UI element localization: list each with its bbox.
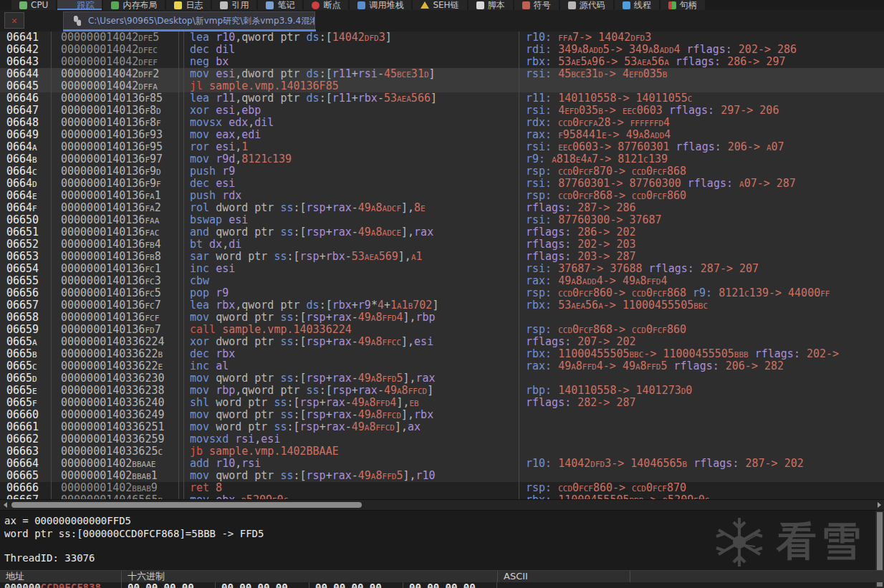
thread-id-line: ThreadID: 33076 [4, 552, 95, 564]
trace-table[interactable]: 06641000000014042DFE5lea r10,qword ptr d… [0, 32, 884, 499]
tab-label: 源代码 [580, 0, 605, 10]
trace-row[interactable]: 0666600000001402BBAB9ret 8rsp: CCD0FCF86… [0, 482, 884, 494]
trace-row[interactable]: 0665E0000000140336238mov rbp,qword ptr s… [0, 385, 884, 397]
horizontal-scrollbar[interactable] [0, 499, 884, 511]
tab-label: 笔记 [277, 0, 294, 10]
trace-row[interactable]: 0665A0000000140336224xor dword ptr ss:[r… [0, 336, 884, 348]
column-divider [178, 92, 184, 105]
tab-handles[interactable]: 句柄 [660, 0, 705, 10]
callstack-icon [357, 1, 365, 9]
trace-row[interactable]: 066480000000140136F8Fmovsx edx,dilrdx: C… [0, 117, 884, 129]
references-icon [220, 1, 228, 9]
trace-row[interactable]: 06645000000014042DFFAjl sample.vmp.14013… [0, 80, 884, 92]
trace-row[interactable]: 066620000000140336259movsxd rsi,esi [0, 433, 884, 445]
scroll-left-button[interactable] [1, 501, 9, 509]
column-divider [178, 251, 184, 263]
tab-trace[interactable]: 跟踪 [57, 0, 102, 10]
tab-references[interactable]: 引用 [212, 0, 256, 10]
trace-row[interactable]: 066550000000140136FC3cbwrax: 49A8ADD4-> … [0, 275, 884, 287]
trace-row-registers: rbp: 140110558-> 1401273D0 [519, 385, 884, 397]
trace-row[interactable]: 0665F0000000140336240shl word ptr ss:[rs… [0, 397, 884, 409]
trace-row-disassembly: mov qword ptr ss:[rsp+rax-49A8FFD5],r10 [184, 470, 519, 482]
dump-header-address: 地址 [0, 571, 122, 582]
trace-row-index: 06647 [0, 105, 52, 117]
trace-row-registers: rdx: CCD0FCFA28-> FFFFFFD4 [519, 117, 884, 129]
column-divider [178, 214, 184, 226]
trace-row-disassembly: cbw [184, 275, 519, 287]
trace-row-disassembly: jb sample.vmp.1402BBAAE [184, 445, 519, 458]
close-trace-button[interactable]: ✕ [4, 12, 24, 29]
trace-row-registers: rsi: 37687-> 37688 rflags: 287-> 207 [519, 263, 884, 275]
trace-row-index: 06654 [0, 263, 52, 275]
tab-memory-map[interactable]: 内存布局 [103, 0, 165, 10]
trace-row[interactable]: 066590000000140136FD7call sample.vmp.140… [0, 324, 884, 336]
trace-row-index: 06648 [0, 117, 52, 129]
trace-row[interactable]: 06642000000014042DFECdec dilrdi: 349A8AD… [0, 44, 884, 56]
trace-row[interactable]: 066570000000140136FC7lea rbx,qword ptr d… [0, 299, 884, 312]
tab-symbols[interactable]: 符号 [514, 0, 559, 10]
trace-row[interactable]: 06644000000014042DFF2mov esi,dword ptr d… [0, 68, 884, 80]
tab-cpu[interactable]: CPU [11, 0, 56, 10]
scrollbar-thumb[interactable] [11, 502, 362, 508]
trace-row-address: 000000014042DFFA [52, 80, 178, 92]
trace-row[interactable]: 0664C0000000140136F9Dpush r9rsp: CCD0FCF… [0, 165, 884, 178]
trace-row[interactable]: 066530000000140136FB8sar word ptr ss:[rs… [0, 251, 884, 263]
trace-row[interactable]: 066510000000140136FACand qword ptr ss:[r… [0, 226, 884, 238]
footprints-icon [65, 1, 73, 9]
trace-row[interactable]: 066460000000140136F85lea r11,qword ptr d… [0, 92, 884, 105]
column-divider [178, 68, 184, 80]
trace-row[interactable]: 0666400000001402BBAAEadd r10,rsir10: 140… [0, 458, 884, 470]
trace-row[interactable]: 066580000000140136FCFmov qword ptr ss:[r… [0, 312, 884, 324]
trace-row-index: 06667 [0, 494, 52, 499]
trace-row-registers: rax: 49A8FFD4-> 49A8FFD5 rflags: 206-> 2… [519, 360, 884, 372]
trace-row[interactable]: 0664A0000000140136F95ror esi,1rsi: EEC06… [0, 141, 884, 153]
scroll-right-button[interactable] [875, 501, 883, 509]
trace-row[interactable]: 066520000000140136FB4bt dx,dirflags: 202… [0, 238, 884, 251]
trace-row[interactable]: 066500000000140136FAAbswap esirsi: 87760… [0, 214, 884, 226]
tab-notes[interactable]: 笔记 [258, 0, 302, 10]
dump-row[interactable]: 000000CCD0FCF838 00 00 00 00 00 00 00 00… [0, 582, 884, 588]
trace-row-disassembly: mov word ptr ss:[rsp+rax-49A8FFCD],ax [184, 421, 519, 433]
trace-row-address: 000000014046565B [52, 494, 178, 499]
trace-row[interactable]: 066540000000140136FC1inc esirsi: 37687->… [0, 263, 884, 275]
trace-row-disassembly: mov eax,edi [184, 129, 519, 141]
trace-row[interactable]: 0664D0000000140136F9Fdec esirsi: 8776030… [0, 178, 884, 190]
tab-seh[interactable]: SEH链 [413, 0, 466, 10]
memory-access-line: word ptr ss:[000000CCD0FCF868]=5BBB -> F… [4, 528, 264, 539]
trace-row[interactable]: 06663000000014033625Cjb sample.vmp.1402B… [0, 445, 884, 458]
trace-row[interactable]: 0664E0000000140136FA1push rdxrsp: CCD0FC… [0, 190, 884, 202]
trace-row[interactable]: 06641000000014042DFE5lea r10,qword ptr d… [0, 32, 884, 44]
trace-row[interactable]: 0664B0000000140136F97mov r9d,8121C139r9:… [0, 153, 884, 165]
script-icon [476, 1, 484, 9]
trace-file-tab[interactable]: C:\Users\90965\Desktop\新vmp研究\刺杀vmp3.9.4… [63, 11, 315, 29]
trace-row[interactable]: 0665C000000014033622Einc alrax: 49A8FFD4… [0, 360, 884, 372]
trace-row-index: 06660 [0, 409, 52, 421]
trace-row[interactable]: 066560000000140136FC5pop r9rsp: CCD0FCF8… [0, 287, 884, 299]
trace-row-address: 00000001402BBAAE [52, 458, 178, 470]
tab-callstack[interactable]: 调用堆栈 [350, 0, 411, 10]
tab-threads[interactable]: 线程 [615, 0, 659, 10]
trace-row-index: 06644 [0, 68, 52, 80]
trace-row-index: 0665D [0, 372, 52, 385]
column-divider [178, 287, 184, 299]
trace-row[interactable]: 06643000000014042DFEFneg bxrbx: 53AE5A96… [0, 56, 884, 68]
trace-row[interactable]: 066470000000140136F8Dxor esi,ebprsi: 4EF… [0, 105, 884, 117]
trace-row-disassembly: ror esi,1 [184, 141, 519, 153]
trace-row[interactable]: 0665B000000014033622Bdec rbxrbx: 1100045… [0, 348, 884, 360]
trace-row-address: 0000000140336251 [52, 421, 178, 433]
trace-row[interactable]: 06667000000014046565Bmov ebx,D5209E0Crbx… [0, 494, 884, 499]
tab-label: 调用堆栈 [369, 0, 403, 10]
tab-script[interactable]: 脚本 [469, 0, 513, 10]
trace-row[interactable]: 0666500000001402BBAB1mov qword ptr ss:[r… [0, 470, 884, 482]
trace-row-address: 0000000140136FC1 [52, 263, 178, 275]
tab-source[interactable]: 源代码 [560, 0, 613, 10]
tab-log[interactable]: 日志 [166, 0, 211, 10]
trace-row[interactable]: 066490000000140136F93mov eax,edirax: F95… [0, 129, 884, 141]
trace-row[interactable]: 0664F0000000140136FA2rol dword ptr ss:[r… [0, 202, 884, 214]
tab-breakpoints[interactable]: 断点 [304, 0, 348, 10]
trace-row-address: 0000000140136F93 [52, 129, 178, 141]
trace-row[interactable]: 066610000000140336251mov word ptr ss:[rs… [0, 421, 884, 433]
trace-row[interactable]: 066600000000140336249mov qword ptr ss:[r… [0, 409, 884, 421]
trace-row[interactable]: 0665D0000000140336230mov qword ptr ss:[r… [0, 372, 884, 385]
trace-row-disassembly: lea r11,qword ptr ds:[r11+rbx-53AEA566] [184, 92, 519, 105]
